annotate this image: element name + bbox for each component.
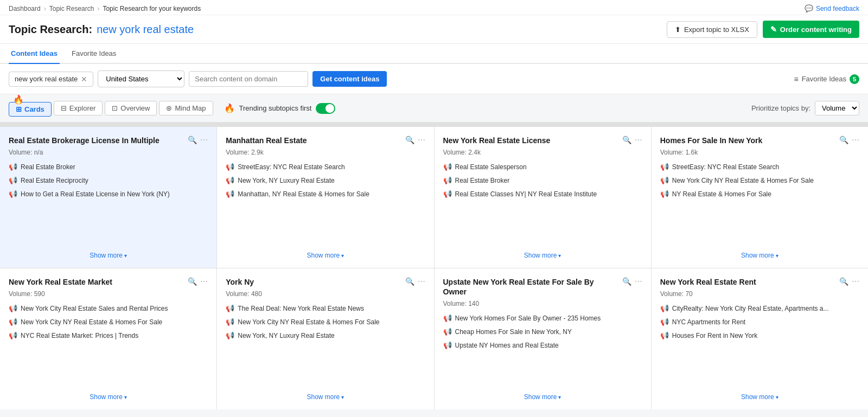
export-icon: ⬆ [675,25,681,34]
trending-toggle[interactable] [316,103,335,114]
grid-icon: ⊞ [16,105,22,113]
card-item-1-0: 📢StreetEasy: NYC Real Estate Search [226,163,425,172]
card-search-icon-5[interactable]: 🔍 [405,277,414,286]
tabs-row: Content Ideas Favorite Ideas [0,44,868,64]
search-row: new york real estate ✕ United States Get… [0,64,868,94]
card-search-icon-4[interactable]: 🔍 [188,277,197,286]
trending-section: 🔥 Trending subtopics first [224,103,336,114]
breadcrumb-bar: Dashboard › Topic Research › Topic Resea… [0,0,868,15]
card-item-text: Real Estate Broker [21,163,75,172]
overview-icon: ⊡ [112,104,118,112]
card-more-icon-1[interactable]: ⋯ [418,136,425,144]
order-label: Order content writing [780,25,852,34]
view-explorer-button[interactable]: ⊟ Explorer [54,101,103,116]
get-content-ideas-button[interactable]: Get content ideas [312,71,387,87]
card-more-icon-2[interactable]: ⋯ [635,136,642,144]
megaphone-icon: 📢 [660,176,669,184]
favorite-ideas-link[interactable]: ≡ Favorite Ideas 5 [794,74,859,84]
view-overview-button[interactable]: ⊡ Overview [105,101,157,116]
keyword-close-icon[interactable]: ✕ [81,75,87,84]
card-title-4: New York Real Estate Market [9,277,183,287]
page-title-row: Topic Research: new york real estate ⬆ E… [0,15,868,44]
show-more-2[interactable]: Show more▾ [443,245,642,259]
card-item-text: StreetEasy: NYC Real Estate Search [672,163,779,172]
prioritize-label: Prioritize topics by: [751,104,810,112]
breadcrumb-topic-research[interactable]: Topic Research [49,5,94,12]
megaphone-icon: 📢 [226,331,234,339]
show-more-1[interactable]: Show more▾ [226,245,425,259]
tab-content-ideas[interactable]: Content Ideas [9,44,60,64]
title-actions: ⬆ Export topic to XLSX ✎ Order content w… [667,21,859,38]
card-more-icon-0[interactable]: ⋯ [200,136,208,144]
card-item-text: Real Estate Broker [455,176,510,185]
card-item-2-2: 📢Real Estate Classes NY| NY Real Estate … [443,190,642,199]
sort-select[interactable]: Volume [815,101,859,116]
feedback-link[interactable]: 💬 Send feedback [805,4,859,12]
card-item-7-2: 📢Houses For Rent in New York [660,331,859,341]
view-right: Prioritize topics by: Volume [751,101,859,116]
card-item-5-0: 📢The Real Deal: New York Real Estate New… [226,304,425,313]
card-more-icon-4[interactable]: ⋯ [200,277,208,286]
card-2: New York Real Estate License🔍⋯Volume: 2.… [435,127,651,268]
card-item-text: Manhattan, NY Real Estate & Homes for Sa… [238,190,369,199]
show-more-4[interactable]: Show more▾ [9,387,208,401]
card-item-text: New York City Real Estate Sales and Rent… [21,304,168,313]
card-item-3-1: 📢New York City NY Real Estate & Homes Fo… [660,176,859,185]
card-item-6-0: 📢New York Homes For Sale By Owner - 235 … [443,314,642,323]
card-more-icon-6[interactable]: ⋯ [635,277,642,286]
country-select[interactable]: United States [98,70,184,87]
card-search-icon-6[interactable]: 🔍 [622,277,631,286]
feedback-icon: 💬 [805,4,813,12]
domain-search-input[interactable] [189,71,308,87]
megaphone-icon: 📢 [660,190,669,198]
breadcrumb-sep1: › [44,5,46,12]
order-content-button[interactable]: ✎ Order content writing [763,21,859,38]
view-options-row: 🔥 ⊞ Cards ⊟ Explorer ⊡ Overview ⊛ Mind M… [0,94,868,123]
export-button[interactable]: ⬆ Export topic to XLSX [667,21,757,38]
list-icon: ≡ [794,75,798,84]
card-search-icon-3[interactable]: 🔍 [839,136,848,144]
card-more-icon-5[interactable]: ⋯ [418,277,425,286]
card-item-text: New York City NY Real Estate & Homes For… [238,318,379,327]
show-more-3[interactable]: Show more▾ [660,245,859,259]
card-volume-7: Volume: 70 [660,290,859,298]
show-more-0[interactable]: Show more▾ [9,245,208,259]
export-label: Export topic to XLSX [684,25,749,34]
card-item-0-0: 📢Real Estate Broker [9,163,208,172]
card-title-3: Homes For Sale In New York [660,136,835,145]
card-item-1-2: 📢Manhattan, NY Real Estate & Homes for S… [226,190,425,199]
card-search-icon-7[interactable]: 🔍 [839,277,848,286]
card-item-0-1: 📢Real Estate Reciprocity [9,176,208,185]
card-1: Manhattan Real Estate🔍⋯Volume: 2.9k📢Stre… [217,127,433,268]
card-search-icon-0[interactable]: 🔍 [188,136,197,144]
card-more-icon-3[interactable]: ⋯ [852,136,859,144]
card-search-icon-2[interactable]: 🔍 [622,136,631,144]
card-0: Real Estate Brokerage License In Multipl… [0,127,216,268]
show-more-5[interactable]: Show more▾ [226,387,425,401]
card-search-icon-1[interactable]: 🔍 [405,136,414,144]
card-item-4-2: 📢NYC Real Estate Market: Prices | Trends [9,331,208,341]
card-item-text: NY Real Estate & Homes For Sale [672,190,771,199]
card-item-text: How to Get a Real Estate License in New … [21,190,170,199]
cards-label: Cards [24,105,44,113]
card-item-text: StreetEasy: NYC Real Estate Search [238,163,344,172]
megaphone-icon: 📢 [9,318,17,326]
card-item-text: Real Estate Reciprocity [21,176,88,185]
card-more-icon-7[interactable]: ⋯ [852,277,859,286]
feedback-label: Send feedback [816,5,859,12]
megaphone-icon: 📢 [443,163,452,171]
mindmap-icon: ⊛ [166,104,172,112]
card-title-0: Real Estate Brokerage License In Multipl… [9,136,183,145]
mindmap-label: Mind Map [175,104,206,112]
megaphone-icon: 📢 [443,190,452,198]
overview-label: Overview [120,104,150,112]
breadcrumb-sep2: › [97,5,99,12]
show-more-6[interactable]: Show more▾ [443,387,642,401]
megaphone-icon: 📢 [226,176,234,184]
megaphone-icon: 📢 [660,163,669,171]
show-more-7[interactable]: Show more▾ [660,387,859,401]
view-mindmap-button[interactable]: ⊛ Mind Map [159,101,213,116]
breadcrumb-dashboard[interactable]: Dashboard [9,5,41,12]
tab-favorite-ideas[interactable]: Favorite Ideas [69,44,118,64]
megaphone-icon: 📢 [443,328,452,336]
